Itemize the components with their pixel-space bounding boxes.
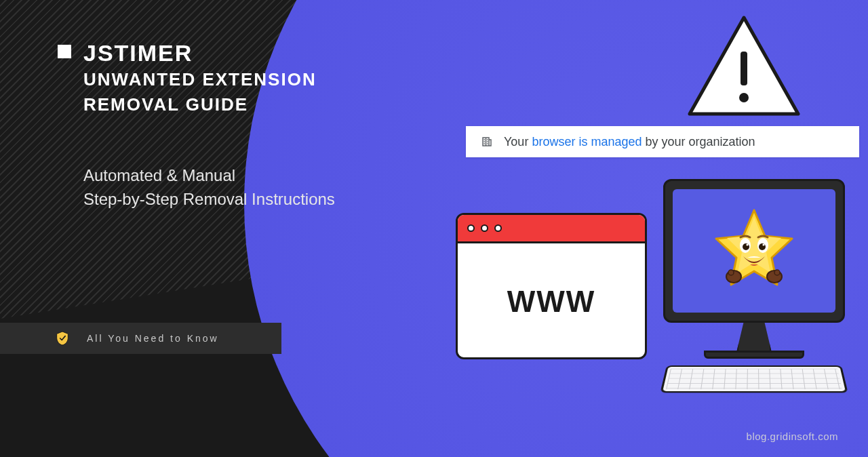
svg-point-7 [762, 243, 764, 245]
window-control-dot [494, 224, 502, 232]
window-control-dot [481, 224, 488, 232]
svg-point-10 [728, 270, 734, 275]
bullet-square-icon [58, 45, 71, 58]
browser-body: WWW [458, 243, 645, 359]
svg-rect-0 [741, 52, 747, 85]
svg-point-1 [739, 93, 749, 102]
hero-banner: JSTIMER UNWANTED EXTENSION REMOVAL GUIDE… [0, 0, 868, 457]
www-label: WWW [507, 285, 596, 319]
subtitle-line-1: Automated & Manual [83, 164, 383, 188]
shield-icon [56, 331, 69, 346]
badge-text: All You Need to Know [87, 333, 219, 344]
keyboard-keys [666, 369, 842, 389]
svg-point-11 [774, 270, 780, 275]
monitor-illustration [663, 179, 845, 403]
monitor-stand [736, 323, 772, 353]
headline-block: JSTIMER UNWANTED EXTENSION REMOVAL GUIDE… [58, 41, 383, 212]
managed-browser-text: Your browser is managed by your organiza… [504, 135, 755, 149]
window-control-dot [467, 224, 475, 232]
keyboard-illustration [660, 365, 848, 393]
warning-triangle-icon [686, 14, 802, 119]
browser-titlebar [458, 215, 645, 243]
info-suffix: by your organization [642, 135, 755, 148]
title-main: JSTIMER [83, 41, 383, 66]
monitor-inner-screen [673, 189, 835, 313]
svg-point-6 [746, 243, 748, 245]
title-subline-2: REMOVAL GUIDE [83, 94, 383, 116]
info-prefix: Your [504, 135, 532, 148]
monitor-screen [663, 179, 845, 323]
star-emoji-icon [712, 207, 796, 294]
credit-text: blog.gridinsoft.com [747, 431, 838, 442]
building-icon [481, 136, 493, 148]
info-link: browser is managed [532, 135, 642, 148]
title-subline-1: UNWANTED EXTENSION [83, 68, 383, 91]
managed-browser-bar: Your browser is managed by your organiza… [466, 126, 859, 157]
badge-bar: All You Need to Know [0, 323, 281, 354]
browser-window-illustration: WWW [456, 213, 647, 359]
subtitle-line-2: Step-by-Step Removal Instructions [83, 188, 383, 212]
